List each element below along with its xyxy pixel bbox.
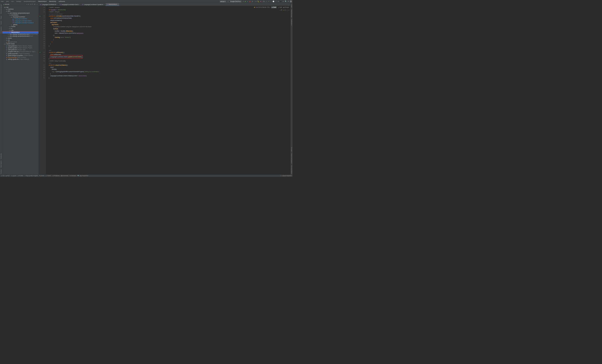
nav-up-icon[interactable]: ∧	[287, 9, 288, 11]
tree-item[interactable]: ⌘LanguageCoordinator+Update.kt	[2, 22, 39, 24]
editor-tab[interactable]: ⌘LanguageCoordinator.kt×	[39, 3, 59, 6]
git-commit-icon[interactable]: ✔	[268, 1, 269, 2]
search-icon[interactable]: 🔍	[285, 1, 287, 2]
tree-item[interactable]: ◉LanguageCoordinator	[2, 18, 39, 20]
rail-tab[interactable]: Device Manager	[291, 9, 292, 18]
tree-item[interactable]: ›🗀models	[2, 25, 39, 27]
code-editor[interactable]: 2324252627282930313233343536373839404142…	[39, 6, 290, 174]
view-split-btn[interactable]: ◫ Split	[278, 7, 282, 8]
sdk-icon[interactable]: ⬇	[283, 1, 284, 2]
gutter[interactable]: 2324252627282930313233343536373839404142…	[39, 6, 46, 174]
close-icon[interactable]: ×	[57, 4, 57, 5]
breadcrumb-item[interactable]: java	[6, 1, 9, 2]
rail-tab[interactable]: Resource Manager	[0, 4, 2, 14]
editor-tab[interactable]: ⌘LanguageCoordinator+Update.kt×	[81, 3, 106, 6]
tree-item[interactable]: ⚙build.gradle.kts (Project: Sample_Proje…	[2, 45, 39, 47]
tree-item[interactable]: ≡proguard-rules.pro (ProGuard Rules for …	[2, 51, 39, 53]
bottom-tab[interactable]: ☑ TODO	[46, 175, 51, 176]
view-code-btn[interactable]: ≡ Code	[271, 7, 277, 8]
weak-warning-count[interactable]: 1	[283, 9, 286, 11]
panel-settings-icon[interactable]: ⚙	[34, 4, 35, 5]
inspection-widget[interactable]: 3 1 ∧ ∨	[280, 9, 290, 11]
run-config-select[interactable]: ▣ app ▾	[220, 0, 226, 2]
breadcrumb-item[interactable]: main	[1, 1, 4, 2]
device-icon[interactable]: 📱	[280, 1, 281, 2]
bottom-tab[interactable]: ⊘ Problems	[53, 175, 60, 176]
tree-item[interactable]: ›🗀res (generated)	[2, 41, 39, 43]
rail-tab[interactable]: Pull Requests	[0, 26, 2, 34]
device-select[interactable]: 📱 Google Pixel 3a ▾	[227, 0, 242, 2]
tree-item[interactable]: ›🗀com.delasign.samplestarterproject (and…	[2, 33, 39, 35]
close-icon[interactable]: ×	[79, 4, 80, 5]
tree-item[interactable]: ›🗀assets	[2, 37, 39, 39]
live-edit-toggle[interactable]: ⚡ Live Edit of literals: ON ▾	[254, 7, 270, 8]
bottom-tab[interactable]: 🔨 Build	[39, 175, 44, 176]
breadcrumb-item[interactable]: delasign	[16, 1, 21, 2]
tree-item[interactable]: ⚙local.properties (SDK Location)	[2, 56, 39, 58]
undo-icon[interactable]: ↶	[276, 1, 277, 2]
rail-tab[interactable]: Notifications	[291, 19, 292, 26]
expand-icon[interactable]: ⇲	[30, 4, 31, 5]
avatar-icon[interactable]	[290, 0, 292, 2]
rail-tab[interactable]: Emulator	[291, 147, 292, 152]
settings-icon[interactable]: ⚙	[288, 1, 289, 2]
rail-tab[interactable]: Commit	[0, 20, 2, 25]
breadcrumb-item[interactable]: onResume	[59, 1, 65, 2]
rail-tab[interactable]: Project	[0, 15, 2, 20]
tree-item[interactable]: ›🗀manifests	[2, 8, 39, 10]
tree-item[interactable]: ⚙build.gradle.kts (Module :app)	[2, 49, 39, 51]
tree-item[interactable]: ›🗀ui	[2, 28, 39, 30]
git-pull-icon[interactable]: ↙	[266, 1, 267, 2]
profiler-icon[interactable]: ◔	[252, 1, 253, 2]
rail-tab[interactable]: Bookmarks	[0, 153, 2, 160]
git-history-icon[interactable]: 🕘	[273, 1, 274, 2]
rail-tab[interactable]: Device File Explorer	[291, 153, 292, 164]
view-design-btn[interactable]: ▦ Design	[283, 7, 289, 8]
tree-item[interactable]: ⌄⚙Gradle Scripts	[2, 43, 39, 45]
collapse-icon[interactable]: ⇱	[32, 4, 33, 5]
tree-item[interactable]: ›🗀utils	[2, 30, 39, 31]
bottom-tab[interactable]: ◔ Profiler	[18, 175, 23, 176]
rail-tab[interactable]: Gradle	[291, 4, 292, 8]
bottom-tab[interactable]: ⚙ Services	[70, 175, 76, 176]
panel-dropdown-icon[interactable]: ▾	[27, 4, 27, 5]
tree-item[interactable]: ⌄▣app	[2, 6, 39, 8]
editor-tab[interactable]: ⌘MainActivity.kt×	[106, 3, 119, 6]
bottom-tab[interactable]: ⎇ Git	[1, 175, 4, 176]
editor-tab[interactable]: ⌘LanguageCoordinator+Get.kt×	[59, 3, 81, 6]
tree-item[interactable]: ⌄🗀coordinators	[2, 14, 39, 16]
build-icon[interactable]: ⟳	[243, 1, 244, 2]
tree-item[interactable]: ⚙gradle-wrapper.properties (Gradle Versi…	[2, 54, 39, 56]
tree-item[interactable]: ≡.gitkeep	[2, 24, 39, 25]
locate-icon[interactable]: ⊙	[28, 4, 29, 5]
git-push-icon[interactable]: ↗	[270, 1, 272, 2]
attach-debugger-icon[interactable]: 🐛	[258, 1, 259, 2]
tree-item[interactable]: ›🗀res	[2, 39, 39, 41]
warning-count[interactable]: 3	[280, 9, 282, 11]
breadcrumb-item[interactable]: com	[11, 1, 14, 2]
tree-item[interactable]: ⌄🗀java	[2, 10, 39, 12]
bottom-tab[interactable]: ▶ Run	[6, 175, 10, 176]
bottom-tab[interactable]: ≡ Logcat	[11, 175, 16, 176]
close-icon[interactable]: ×	[104, 4, 104, 5]
debug-icon[interactable]: 🐞	[249, 1, 251, 2]
breadcrumb[interactable]: main〉java〉com〉delasign〉samplestarterproj…	[1, 0, 220, 2]
tree-item[interactable]: ⚙spotless.gradle (Project: Sample_Projec…	[2, 47, 39, 49]
rail-tab[interactable]: Structure	[0, 169, 2, 174]
tree-item[interactable]: ⌄🗀com.delasign.samplestarterproject	[2, 12, 39, 14]
tabs-menu-icon[interactable]: ⋮	[287, 4, 290, 6]
breadcrumb-item[interactable]: MainActivity.kt	[38, 1, 47, 2]
tree-item[interactable]: ⌄🗀languageCoordinator	[2, 16, 39, 18]
panel-title[interactable]: Android	[5, 4, 26, 5]
bottom-tab[interactable]: 🔍 App Inspection	[77, 175, 88, 176]
more-icon[interactable]: ⋯ ▾	[254, 1, 257, 2]
tree-item[interactable]: ⌘LanguageCoordinator+Get.kt	[2, 20, 39, 22]
code-content[interactable]: // MARK: Variables val identifier = "[Ma…	[46, 6, 290, 174]
rail-tab[interactable]: Running Devices	[291, 165, 292, 174]
avd-icon[interactable]: ⇅	[278, 1, 279, 2]
bottom-tab[interactable]: ✦ App Quality Insights	[25, 175, 38, 176]
bottom-tab[interactable]: ⌨ Terminal	[61, 175, 68, 176]
close-icon[interactable]: ×	[118, 4, 118, 5]
breadcrumb-item[interactable]: samplestarterproject	[24, 1, 35, 2]
coverage-icon[interactable]: ≡	[247, 1, 248, 2]
